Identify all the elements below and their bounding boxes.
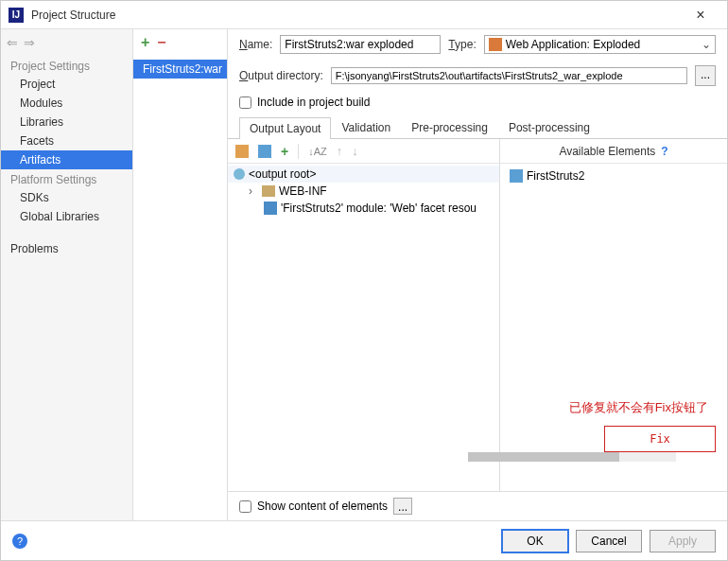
forward-icon[interactable]: ⇒ xyxy=(24,35,35,50)
new-folder-icon[interactable] xyxy=(235,145,249,158)
include-label: Include in project build xyxy=(257,96,370,109)
tree-webinf-label: WEB-INF xyxy=(279,184,327,198)
available-header: Available Elements ? xyxy=(500,139,727,164)
close-icon[interactable]: × xyxy=(682,7,719,24)
tree-panel: + ↓AZ ↑ ↓ <output root> › WEB-INF xyxy=(228,139,500,491)
sidebar-item-modules[interactable]: Modules xyxy=(1,94,132,113)
artifact-item-label: FirstStruts2:war xyxy=(143,62,222,76)
outdir-label: Output directory: xyxy=(239,69,323,82)
help-button[interactable]: ? xyxy=(12,534,27,549)
sidebar-item-project[interactable]: Project xyxy=(1,75,132,94)
sidebar-item-global-libraries[interactable]: Global Libraries xyxy=(1,207,132,226)
artifact-toolbar: + − xyxy=(133,29,227,56)
bottom-bar: Show content of elements ... xyxy=(228,491,727,520)
available-item-label: FirstStruts2 xyxy=(527,169,584,183)
type-value: Web Application: Exploded xyxy=(506,38,641,51)
remove-icon[interactable]: − xyxy=(157,34,165,51)
sidebar-item-facets[interactable]: Facets xyxy=(1,131,132,150)
output-tree[interactable]: <output root> › WEB-INF 'FirstStruts2' m… xyxy=(228,164,499,491)
tree-facet-label: 'FirstStruts2' module: 'Web' facet resou xyxy=(281,202,477,215)
help-icon[interactable]: ? xyxy=(661,145,667,158)
apply-button[interactable]: Apply xyxy=(650,530,716,552)
window-title: Project Structure xyxy=(31,9,682,22)
new-file-icon[interactable] xyxy=(258,145,271,158)
include-row: Include in project build xyxy=(228,92,727,116)
back-icon[interactable]: ⇐ xyxy=(7,35,18,50)
include-checkbox[interactable] xyxy=(239,96,251,109)
move-down-icon[interactable]: ↓ xyxy=(352,144,358,158)
footer: ? OK Cancel Apply xyxy=(1,520,727,560)
tree-webinf[interactable]: › WEB-INF xyxy=(228,183,499,200)
annotation-note: 已修复就不会有Fix按钮了 xyxy=(569,399,708,416)
content: ⇐ ⇒ Project Settings Project Modules Lib… xyxy=(1,29,727,520)
tab-post-processing[interactable]: Post-processing xyxy=(498,116,600,138)
show-content-checkbox[interactable] xyxy=(239,500,251,513)
available-header-label: Available Elements xyxy=(559,145,655,158)
browse-button[interactable]: ... xyxy=(695,65,716,86)
output-root-icon xyxy=(234,168,245,180)
web-facet-icon xyxy=(264,202,277,215)
main-panel: Name: Type: Web Application: Exploded ⌄ … xyxy=(228,29,727,520)
add-icon[interactable]: + xyxy=(141,34,149,51)
name-input[interactable] xyxy=(280,35,441,54)
tree-toolbar: + ↓AZ ↑ ↓ xyxy=(228,139,499,164)
available-item[interactable]: FirstStruts2 xyxy=(508,167,719,184)
folder-icon xyxy=(262,185,275,197)
caret-icon[interactable]: › xyxy=(249,184,258,198)
tabs: Output Layout Validation Pre-processing … xyxy=(228,116,727,139)
scrollbar-thumb[interactable] xyxy=(468,452,619,462)
sidebar-section-platform: Platform Settings xyxy=(1,169,132,188)
tree-root-label: <output root> xyxy=(249,167,316,181)
available-tree[interactable]: FirstStruts2 xyxy=(500,164,727,188)
tree-root[interactable]: <output root> xyxy=(228,166,499,183)
horizontal-scrollbar[interactable] xyxy=(468,452,676,462)
outdir-input[interactable] xyxy=(331,67,687,84)
separator xyxy=(298,144,299,159)
tree-facet[interactable]: 'FirstStruts2' module: 'Web' facet resou xyxy=(228,200,499,217)
move-up-icon[interactable]: ↑ xyxy=(337,144,343,158)
tab-validation[interactable]: Validation xyxy=(331,116,401,138)
outdir-row: Output directory: ... xyxy=(228,60,727,92)
ok-button[interactable]: OK xyxy=(502,530,568,552)
artifact-item[interactable]: FirstStruts2:war xyxy=(133,60,227,79)
type-icon xyxy=(489,38,502,51)
module-icon xyxy=(510,169,523,183)
app-icon: IJ xyxy=(9,8,24,23)
tab-output-layout[interactable]: Output Layout xyxy=(239,117,331,139)
name-row: Name: Type: Web Application: Exploded ⌄ xyxy=(228,29,727,60)
sidebar-section-project: Project Settings xyxy=(1,56,132,75)
sidebar-toolbar: ⇐ ⇒ xyxy=(1,29,132,56)
sort-icon[interactable]: ↓AZ xyxy=(308,146,327,157)
sidebar-item-libraries[interactable]: Libraries xyxy=(1,113,132,131)
cancel-button[interactable]: Cancel xyxy=(576,530,642,552)
add-copy-icon[interactable]: + xyxy=(281,144,288,159)
tab-pre-processing[interactable]: Pre-processing xyxy=(401,116,498,138)
name-label: Name: xyxy=(239,38,272,51)
titlebar: IJ Project Structure × xyxy=(1,1,727,29)
show-content-options[interactable]: ... xyxy=(393,498,412,515)
type-select[interactable]: Web Application: Exploded ⌄ xyxy=(484,35,716,54)
type-label: Type: xyxy=(448,38,476,51)
sidebar-item-sdks[interactable]: SDKs xyxy=(1,188,132,207)
fix-button-annotation: Fix xyxy=(604,426,716,452)
sidebar-item-artifacts[interactable]: Artifacts xyxy=(1,150,132,169)
sidebar-item-problems[interactable]: Problems xyxy=(1,239,132,258)
chevron-down-icon: ⌄ xyxy=(702,38,711,51)
artifact-list: + − FirstStruts2:war xyxy=(133,29,228,520)
sidebar: ⇐ ⇒ Project Settings Project Modules Lib… xyxy=(1,29,133,520)
show-content-label: Show content of elements xyxy=(257,500,388,513)
